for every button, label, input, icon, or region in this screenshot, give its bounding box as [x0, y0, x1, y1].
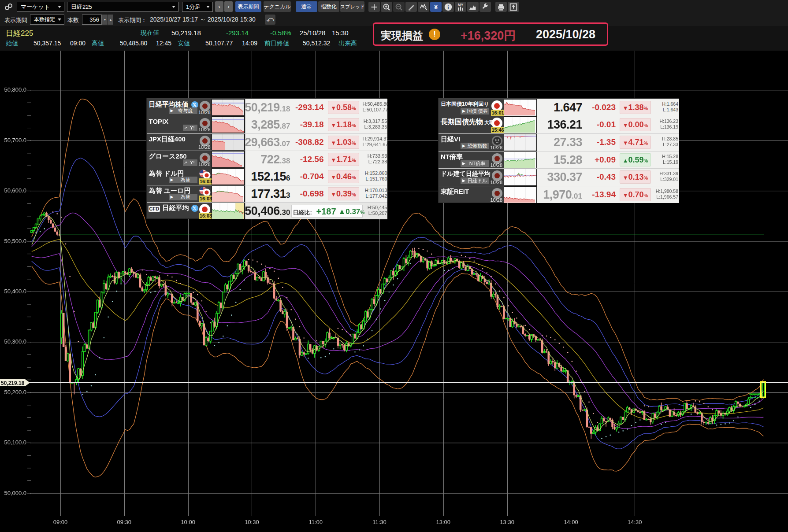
- svg-text:MY: MY: [458, 3, 464, 7]
- svg-text:¥: ¥: [434, 4, 438, 11]
